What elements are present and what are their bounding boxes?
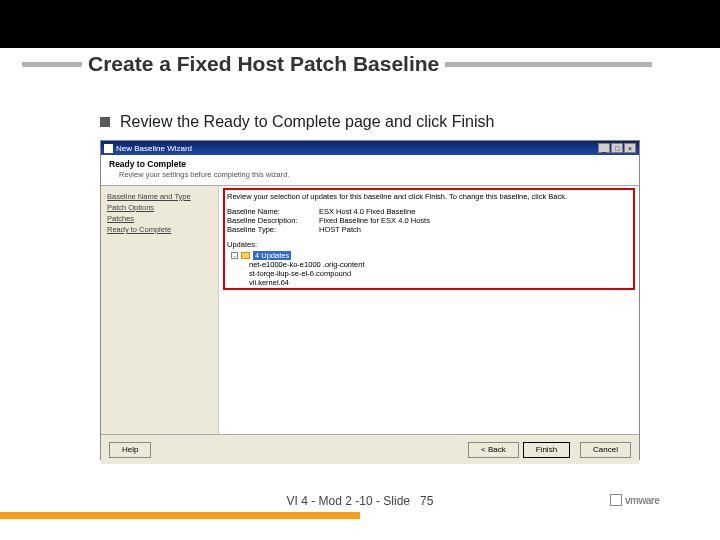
slide-footer-text: VI 4 - Mod 2 -10 - Slide [287,494,410,508]
instruction-text: Review your selection of updates for thi… [227,192,631,201]
value-baseline-name: ESX Host 4.0 Fixed Baseline [319,207,415,216]
help-button[interactable]: Help [109,442,151,458]
nav-step-name-type[interactable]: Baseline Name and Type [107,192,212,201]
maximize-button[interactable]: □ [611,143,623,153]
table-row: Baseline Description: Fixed Baseline for… [227,216,631,225]
tree-root-row[interactable]: - 4 Updates [231,251,631,260]
dialog-header-title: Ready to Complete [109,159,631,169]
tree-collapse-icon[interactable]: - [231,252,238,259]
summary-table: Baseline Name: ESX Host 4.0 Fixed Baseli… [227,207,631,234]
value-baseline-desc: Fixed Baseline for ESX 4.0 Hosts [319,216,430,225]
dialog-titlebar: New Baseline Wizard _ □ × [101,141,639,155]
tree-root-label: 4 Updates [253,251,291,260]
wizard-dialog: New Baseline Wizard _ □ × Ready to Compl… [100,140,640,460]
nav-step-ready[interactable]: Ready to Complete [107,225,212,234]
tree-child[interactable]: vii.kernel.64 [249,278,631,287]
bullet-row: Review the Ready to Complete page and cl… [100,113,494,131]
nav-step-patch-options[interactable]: Patch Options [107,203,212,212]
logo-box-icon [610,494,622,506]
folder-icon [241,252,250,259]
label-baseline-name: Baseline Name: [227,207,319,216]
table-row: Baseline Type: HOST Patch [227,225,631,234]
dialog-header: Ready to Complete Review your settings b… [101,155,639,186]
updates-label: Updates: [227,240,631,249]
minimize-button[interactable]: _ [598,143,610,153]
table-row: Baseline Name: ESX Host 4.0 Fixed Baseli… [227,207,631,216]
close-button[interactable]: × [624,143,636,153]
slide-title: Create a Fixed Host Patch Baseline [82,52,445,76]
accent-bar [0,512,360,519]
tree-child[interactable]: st-torqe-ilup-se-el-6.compound [249,269,631,278]
value-baseline-type: HOST Patch [319,225,361,234]
bullet-icon [100,117,110,127]
dialog-header-sub: Review your settings before completing t… [119,170,631,179]
label-baseline-type: Baseline Type: [227,225,319,234]
bullet-text: Review the Ready to Complete page and cl… [120,113,494,131]
dialog-content: Review your selection of updates for thi… [219,186,639,434]
finish-button[interactable]: Finish [523,442,570,458]
label-baseline-desc: Baseline Description: [227,216,319,225]
slide-page-number: 75 [420,494,433,508]
tree-child[interactable]: net-e1000e-ko-e1000 .orig-content [249,260,631,269]
dialog-footer: Help < Back Finish Cancel [101,434,639,464]
back-button[interactable]: < Back [468,442,519,458]
nav-step-patches[interactable]: Patches [107,214,212,223]
vmware-logo: vmware [610,492,690,508]
slide-top-bar [0,0,720,48]
dialog-title: New Baseline Wizard [116,144,597,153]
cancel-button[interactable]: Cancel [580,442,631,458]
dialog-body: Baseline Name and Type Patch Options Pat… [101,186,639,434]
wizard-nav: Baseline Name and Type Patch Options Pat… [101,186,219,434]
app-icon [104,144,113,153]
slide-title-bar: Create a Fixed Host Patch Baseline [22,58,652,72]
logo-text: vmware [625,495,659,506]
